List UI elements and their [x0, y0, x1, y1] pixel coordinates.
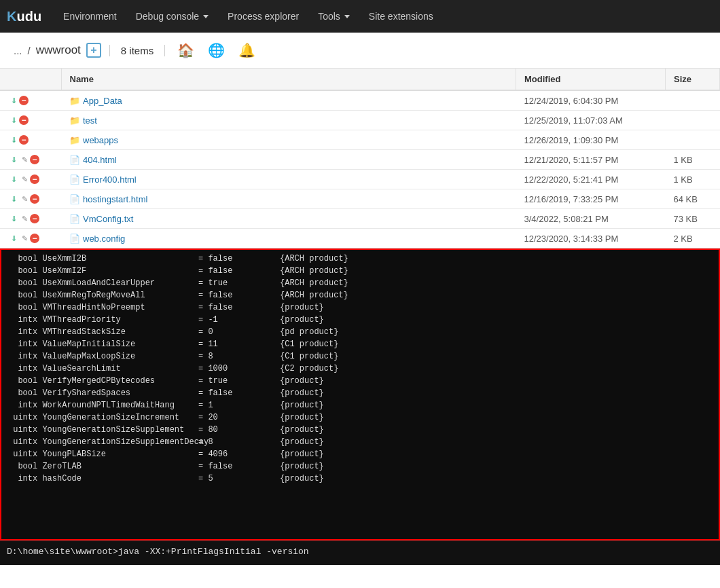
- console-col2: = false: [198, 265, 280, 277]
- globe-icon[interactable]: 🌐: [204, 41, 229, 60]
- console-line: bool VMThreadHintNoPreempt= false{produc…: [8, 301, 712, 314]
- item-count: 8 items: [109, 45, 165, 56]
- file-name-cell[interactable]: 📁App_Data: [61, 90, 516, 111]
- file-name-link[interactable]: App_Data: [83, 96, 122, 106]
- console-col2: = true: [198, 277, 280, 289]
- console-col3: {C1 product}: [280, 350, 338, 363]
- console-col3: {product}: [280, 387, 324, 399]
- file-name-link[interactable]: VmConfig.txt: [83, 214, 133, 224]
- edit-icon[interactable]: ✎: [19, 154, 30, 165]
- console-line: bool UseXmmRegToRegMoveAll= false{ARCH p…: [8, 289, 712, 301]
- file-name-cell[interactable]: 📄Error400.html: [61, 170, 516, 189]
- console-col2: = 4096: [198, 448, 280, 460]
- cmd-prompt[interactable]: D:\home\site\wwwroot>java -XX:+PrintFlag…: [0, 540, 720, 565]
- modified-cell: 12/16/2019, 7:33:25 PM: [516, 189, 666, 209]
- delete-icon[interactable]: −: [30, 234, 39, 243]
- console-col1: bool UseXmmI2F: [8, 265, 198, 277]
- nav-site-extensions[interactable]: Site extensions: [361, 5, 442, 27]
- file-name-cell[interactable]: 📄web.config: [61, 229, 516, 249]
- download-icon[interactable]: ⇓: [8, 233, 19, 244]
- delete-icon[interactable]: −: [19, 135, 29, 145]
- console-col3: {ARCH product}: [280, 253, 348, 265]
- console-col3: {product}: [280, 314, 324, 326]
- file-name-cell[interactable]: 📁webapps: [61, 130, 516, 150]
- col-header-size: Size: [666, 69, 720, 90]
- delete-icon[interactable]: −: [19, 115, 29, 125]
- home-icon[interactable]: 🏠: [173, 41, 198, 60]
- file-name-cell[interactable]: 📄VmConfig.txt: [61, 209, 516, 229]
- delete-icon[interactable]: −: [30, 194, 39, 204]
- edit-icon[interactable]: ✎: [19, 174, 30, 185]
- actions-cell: ⇓−: [0, 90, 61, 111]
- file-name-cell[interactable]: 📁test: [61, 111, 516, 130]
- console-col1: bool VerifySharedSpaces: [8, 387, 198, 399]
- file-name-link[interactable]: 404.html: [83, 155, 117, 165]
- console-col3: {C1 product}: [280, 338, 338, 350]
- console-line: bool UseXmmLoadAndClearUpper= true{ARCH …: [8, 277, 712, 289]
- console-line: intx ValueMapInitialSize= 11{C1 product}: [8, 338, 712, 350]
- modified-cell: 3/4/2022, 5:08:21 PM: [516, 209, 666, 229]
- file-icon: 📄: [69, 174, 80, 185]
- file-name-cell[interactable]: 📄404.html: [61, 150, 516, 170]
- table-row: ⇓−📁webapps12/26/2019, 1:09:30 PM: [0, 130, 720, 150]
- console-line: intx WorkAroundNPTLTimedWaitHang= 1{prod…: [8, 399, 712, 411]
- table-row: ⇓−📁test12/25/2019, 11:07:03 AM: [0, 111, 720, 130]
- table-row: ⇓−📁App_Data12/24/2019, 6:04:30 PM: [0, 90, 720, 111]
- actions-cell: ⇓−: [0, 111, 61, 130]
- delete-icon[interactable]: −: [19, 96, 29, 105]
- add-file-button[interactable]: +: [86, 43, 101, 58]
- console-col2: = 20: [198, 411, 280, 424]
- download-icon[interactable]: ⇓: [8, 95, 19, 106]
- console-col2: = false: [198, 289, 280, 301]
- console-col1: bool VMThreadHintNoPreempt: [8, 301, 198, 314]
- modified-cell: 12/21/2020, 5:11:57 PM: [516, 150, 666, 170]
- download-icon[interactable]: ⇓: [8, 154, 19, 165]
- file-table-wrapper: Name Modified Size ⇓−📁App_Data12/24/2019…: [0, 69, 720, 249]
- console-line: uintx YoungGenerationSizeIncrement= 20{p…: [8, 411, 712, 424]
- path-dots[interactable]: ...: [14, 45, 22, 56]
- console-line: uintx YoungPLABSize= 4096{product}: [8, 448, 712, 460]
- console-col3: {C2 product}: [280, 363, 338, 375]
- delete-icon[interactable]: −: [30, 174, 39, 184]
- file-name-link[interactable]: webapps: [83, 135, 118, 145]
- nav-tools[interactable]: Tools: [310, 5, 358, 27]
- console-wrapper: bool UseXmmI2B= false{ARCH product} bool…: [0, 249, 720, 540]
- delete-icon[interactable]: −: [30, 214, 39, 223]
- download-icon[interactable]: ⇓: [8, 174, 19, 185]
- file-name-link[interactable]: web.config: [83, 234, 125, 244]
- file-name-link[interactable]: hostingstart.html: [83, 194, 147, 204]
- bell-icon[interactable]: 🔔: [234, 41, 259, 60]
- console-col1: bool VerifyMergedCPBytecodes: [8, 375, 198, 387]
- console-col1: uintx YoungGenerationSizeSupplement: [8, 424, 198, 436]
- folder-icon: 📁: [69, 115, 80, 126]
- download-icon[interactable]: ⇓: [8, 213, 19, 224]
- edit-icon[interactable]: ✎: [19, 194, 30, 204]
- nav-process-explorer[interactable]: Process explorer: [219, 5, 307, 27]
- brand-logo[interactable]: Kudu: [7, 9, 41, 24]
- table-row: ⇓✎−📄web.config12/23/2020, 3:14:33 PM2 KB: [0, 229, 720, 249]
- file-table: Name Modified Size ⇓−📁App_Data12/24/2019…: [0, 69, 720, 249]
- file-name-cell[interactable]: 📄hostingstart.html: [61, 189, 516, 209]
- console-line: intx ValueMapMaxLoopSize= 8{C1 product}: [8, 350, 712, 363]
- col-header-modified: Modified: [516, 69, 666, 90]
- console-line: intx hashCode= 5{product}: [8, 473, 712, 485]
- size-cell: 1 KB: [666, 170, 720, 189]
- download-icon[interactable]: ⇓: [8, 194, 19, 204]
- console-col3: {product}: [280, 411, 324, 424]
- console-col1: intx VMThreadPriority: [8, 314, 198, 326]
- nav-environment[interactable]: Environment: [55, 5, 125, 27]
- nav-debug-console[interactable]: Debug console: [128, 5, 217, 27]
- size-cell: 73 KB: [666, 209, 720, 229]
- console-col2: = true: [198, 375, 280, 387]
- download-icon[interactable]: ⇓: [8, 134, 19, 145]
- console-col3: {pd product}: [280, 326, 338, 338]
- console-col2: = 1000: [198, 363, 280, 375]
- file-name-link[interactable]: Error400.html: [83, 174, 137, 185]
- console-line: bool UseXmmI2F= false{ARCH product}: [8, 265, 712, 277]
- edit-icon[interactable]: ✎: [19, 233, 30, 244]
- edit-icon[interactable]: ✎: [19, 213, 30, 224]
- download-icon[interactable]: ⇓: [8, 115, 19, 126]
- file-name-link[interactable]: test: [83, 115, 97, 126]
- delete-icon[interactable]: −: [30, 155, 39, 164]
- console-col3: {product}: [280, 399, 324, 411]
